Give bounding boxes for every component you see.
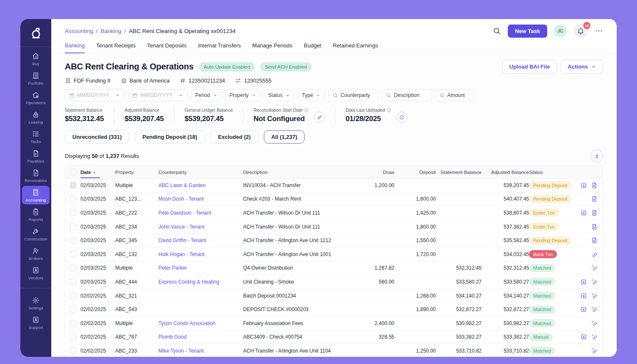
select-all-checkbox[interactable] (70, 169, 76, 175)
unlink-icon[interactable] (591, 347, 598, 354)
row-checkbox[interactable] (70, 237, 76, 244)
document-icon[interactable] (591, 196, 598, 202)
app-logo[interactable] (20, 19, 51, 47)
link-icon[interactable] (591, 251, 598, 258)
filter-search-amount[interactable]: Amount (435, 89, 474, 101)
unlink-icon[interactable] (591, 320, 598, 327)
document-icon[interactable] (591, 210, 598, 216)
document-icon[interactable] (591, 223, 598, 230)
cell-counterparty-link[interactable]: Tyson Condo Association (158, 317, 243, 330)
date-from-input[interactable]: MM/DD/YYYY (65, 89, 125, 101)
row-checkbox[interactable] (70, 334, 76, 340)
column-header-status[interactable]: Status (529, 166, 579, 178)
tab-internal-transfers[interactable]: Internal Transfers (198, 42, 241, 53)
breadcrumb-banking[interactable]: Banking (101, 28, 122, 34)
row-checkbox[interactable] (70, 292, 76, 299)
column-header-statement-balance[interactable]: Statement Balance (436, 166, 482, 178)
cell-counterparty-link[interactable]: John Vance - Tenant (158, 220, 243, 234)
sidebar-item-vendors[interactable]: Vendors (22, 264, 50, 282)
sidebar-item-reports[interactable]: Reports (22, 205, 50, 224)
sidebar-item-operations[interactable]: Operations (22, 88, 50, 107)
column-header-date[interactable]: Date▲ (80, 166, 115, 178)
row-checkbox[interactable] (70, 210, 76, 216)
cell-counterparty-link[interactable]: ABC Lawn & Garden (158, 179, 243, 192)
edit-button[interactable] (314, 112, 325, 123)
refresh-button[interactable] (396, 112, 407, 123)
row-checkbox[interactable] (70, 223, 76, 230)
tab-manage-periods[interactable]: Manage Periods (252, 42, 293, 53)
column-header-description[interactable]: Description (243, 166, 352, 178)
pill-pending-deposit-18[interactable]: Pending Deposit (18) (135, 130, 205, 143)
avatar[interactable]: JC (554, 25, 567, 37)
cell-counterparty-link[interactable]: Hulk Hogan - Tenant (158, 248, 243, 261)
sidebar-item-settings[interactable]: Settings (22, 294, 50, 312)
pill-excluded-2[interactable]: Excluded (2) (210, 130, 258, 143)
banknote-icon[interactable]: $ (580, 182, 587, 189)
column-header-deposit[interactable]: Deposit (394, 166, 436, 178)
cell-counterparty-link[interactable]: Peter Parker (158, 262, 243, 275)
sidebar-item-tasks[interactable]: Tasks (22, 127, 50, 146)
pill-unreconciled-331[interactable]: Unreconciled (331) (65, 130, 129, 143)
column-header-draw[interactable]: Draw (352, 166, 394, 178)
tab-tenant-receipts[interactable]: Tenant Receipts (96, 42, 136, 53)
more-menu-icon[interactable] (595, 27, 603, 35)
unlink-icon[interactable] (591, 292, 598, 299)
unlink-icon[interactable] (591, 279, 598, 285)
breadcrumb-accounting[interactable]: Accounting (65, 28, 93, 34)
cell-counterparty-link[interactable]: Pete Davidson - Tenant (158, 206, 243, 220)
row-checkbox[interactable] (70, 265, 76, 271)
sidebar-item-payables[interactable]: Payables (22, 147, 50, 165)
filter-search-counterparty[interactable]: Counterparty (328, 89, 378, 101)
sidebar-item-accounting[interactable]: Accounting (22, 186, 50, 204)
status-badge: Manual (529, 333, 553, 341)
sidebar-item-construction[interactable]: Construction (22, 225, 50, 243)
unlink-icon[interactable] (591, 265, 598, 271)
column-header-property[interactable]: Property (115, 166, 158, 178)
filter-search-description[interactable]: Description (382, 89, 432, 101)
banknote-icon[interactable]: $ (580, 334, 587, 340)
new-task-button[interactable]: New Task (508, 25, 547, 38)
pill-all-1-237[interactable]: All (1,237) (264, 130, 305, 143)
row-checkbox[interactable] (70, 347, 76, 354)
tab-tenant-deposits[interactable]: Tenant Deposits (147, 42, 186, 53)
document-icon[interactable] (591, 237, 598, 244)
filter-dropdown-type[interactable]: Type (298, 89, 325, 101)
row-checkbox[interactable] (70, 196, 76, 202)
filter-dropdown-period[interactable]: Period (191, 89, 222, 101)
row-checkbox[interactable] (70, 279, 76, 285)
date-to-input[interactable]: MM/DD/YYYY (128, 89, 188, 101)
cell-counterparty-link[interactable]: Mike Tyson - Tenant (158, 344, 243, 357)
search-icon[interactable] (493, 27, 501, 35)
tab-banking[interactable]: Banking (65, 42, 85, 53)
filter-dropdown-status[interactable]: Status (264, 89, 294, 101)
sidebar-item-support[interactable]: Support (22, 313, 50, 332)
banknote-icon[interactable]: $ (580, 279, 587, 285)
filter-dropdown-property[interactable]: Property (225, 89, 260, 101)
unlink-icon[interactable] (591, 306, 598, 313)
cell-counterparty-link[interactable]: Plumb Good (158, 331, 243, 344)
sidebar-item-buy[interactable]: $Buy (22, 50, 50, 68)
download-button[interactable] (590, 149, 603, 162)
banknote-icon[interactable]: $ (580, 306, 587, 313)
row-checkbox[interactable] (70, 306, 76, 313)
sidebar-item-leasing[interactable]: Leasing (22, 108, 50, 127)
tab-retained-earnings[interactable]: Retained Earnings (332, 42, 378, 53)
cell-counterparty-link[interactable]: Mosh Dosh - Tenant (158, 193, 243, 206)
sidebar-item-portfolio[interactable]: Portfolio (22, 69, 50, 88)
column-header-adjusted-balance[interactable]: Adjusted Balance (482, 166, 529, 178)
banknote-icon[interactable]: $ (580, 210, 587, 216)
sidebar-item-receivables[interactable]: $Receivables (22, 166, 50, 185)
notifications-button[interactable]: 10 (573, 24, 588, 38)
tab-budget[interactable]: Budget (304, 42, 321, 53)
actions-dropdown-button[interactable]: Actions (561, 60, 603, 74)
unlink-icon[interactable] (591, 334, 598, 340)
banknote-icon[interactable]: $ (580, 292, 587, 299)
document-icon[interactable] (591, 182, 598, 189)
row-checkbox[interactable] (70, 320, 76, 326)
cell-counterparty-link[interactable]: David Griffin - Tenant (158, 234, 243, 247)
cell-counterparty-link[interactable]: Express Cooling & Heating (158, 275, 243, 289)
upload-bai-file-button[interactable]: Upload BAI File (502, 60, 557, 74)
column-header-counterparty[interactable]: Counterparty (158, 166, 243, 178)
sidebar-item-brokers[interactable]: $Brokers (22, 244, 50, 263)
row-checkbox[interactable] (70, 251, 76, 257)
